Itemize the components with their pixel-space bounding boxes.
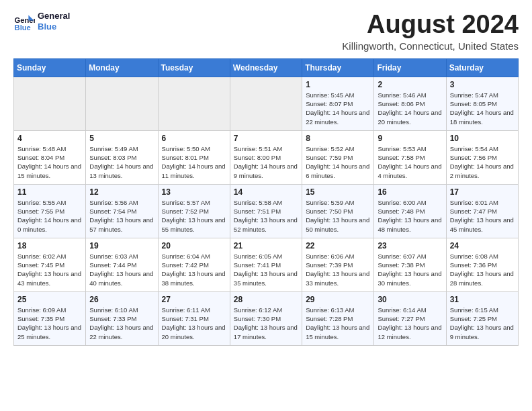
logo-icon: General Blue — [13, 11, 35, 32]
calendar-week-row: 1Sunrise: 5:45 AMSunset: 8:07 PMDaylight… — [14, 77, 519, 130]
day-info: Sunrise: 6:11 AMSunset: 7:31 PMDaylight:… — [162, 306, 226, 341]
calendar-day-cell: 23Sunrise: 6:07 AMSunset: 7:38 PMDayligh… — [374, 238, 446, 291]
day-number: 18 — [17, 241, 82, 250]
calendar-week-row: 4Sunrise: 5:48 AMSunset: 8:04 PMDaylight… — [14, 130, 519, 184]
day-of-week-header: Sunday — [14, 58, 86, 77]
day-info: Sunrise: 5:56 AMSunset: 7:54 PMDaylight:… — [89, 198, 154, 234]
calendar-day-cell: 25Sunrise: 6:09 AMSunset: 7:35 PMDayligh… — [14, 291, 86, 345]
logo-line2: Blue — [38, 21, 70, 32]
calendar-day-cell: 28Sunrise: 6:12 AMSunset: 7:30 PMDayligh… — [230, 291, 302, 345]
day-info: Sunrise: 6:12 AMSunset: 7:30 PMDaylight:… — [234, 306, 298, 341]
calendar-day-cell: 18Sunrise: 6:02 AMSunset: 7:45 PMDayligh… — [14, 238, 86, 291]
day-number: 21 — [234, 241, 298, 250]
day-number: 10 — [450, 134, 515, 143]
calendar-day-cell: 14Sunrise: 5:58 AMSunset: 7:51 PMDayligh… — [230, 184, 302, 238]
day-number: 7 — [234, 134, 298, 143]
calendar-day-cell: 1Sunrise: 5:45 AMSunset: 8:07 PMDaylight… — [302, 77, 374, 130]
day-info: Sunrise: 5:47 AMSunset: 8:05 PMDaylight:… — [450, 91, 515, 126]
day-number: 9 — [378, 134, 442, 143]
calendar-day-cell: 6Sunrise: 5:50 AMSunset: 8:01 PMDaylight… — [158, 130, 230, 184]
calendar-day-cell — [158, 77, 230, 130]
calendar-title: August 2024 — [342, 11, 519, 39]
day-of-week-header: Saturday — [446, 58, 518, 77]
day-number: 4 — [17, 134, 82, 143]
day-number: 14 — [234, 187, 298, 197]
calendar-header-row: SundayMondayTuesdayWednesdayThursdayFrid… — [14, 58, 519, 77]
day-info: Sunrise: 5:52 AMSunset: 7:59 PMDaylight:… — [306, 144, 370, 180]
day-number: 13 — [162, 187, 226, 197]
day-info: Sunrise: 6:03 AMSunset: 7:44 PMDaylight:… — [89, 252, 154, 287]
day-info: Sunrise: 6:00 AMSunset: 7:48 PMDaylight:… — [378, 198, 442, 234]
day-number: 6 — [162, 134, 226, 143]
day-number: 1 — [306, 80, 370, 89]
day-number: 16 — [378, 187, 442, 197]
day-number: 17 — [450, 187, 515, 197]
day-info: Sunrise: 6:14 AMSunset: 7:27 PMDaylight:… — [378, 306, 442, 341]
calendar-day-cell: 11Sunrise: 5:55 AMSunset: 7:55 PMDayligh… — [14, 184, 86, 238]
calendar-day-cell: 24Sunrise: 6:08 AMSunset: 7:36 PMDayligh… — [446, 238, 518, 291]
calendar-day-cell: 22Sunrise: 6:06 AMSunset: 7:39 PMDayligh… — [302, 238, 374, 291]
day-number: 12 — [89, 187, 154, 197]
day-of-week-header: Wednesday — [230, 58, 302, 77]
calendar-day-cell: 30Sunrise: 6:14 AMSunset: 7:27 PMDayligh… — [374, 291, 446, 345]
day-number: 22 — [306, 241, 370, 250]
calendar-week-row: 25Sunrise: 6:09 AMSunset: 7:35 PMDayligh… — [14, 291, 519, 345]
day-info: Sunrise: 5:57 AMSunset: 7:52 PMDaylight:… — [162, 198, 226, 234]
day-number: 20 — [162, 241, 226, 250]
calendar-day-cell: 26Sunrise: 6:10 AMSunset: 7:33 PMDayligh… — [86, 291, 158, 345]
calendar-day-cell: 8Sunrise: 5:52 AMSunset: 7:59 PMDaylight… — [302, 130, 374, 184]
calendar-day-cell: 16Sunrise: 6:00 AMSunset: 7:48 PMDayligh… — [374, 184, 446, 238]
calendar-day-cell: 5Sunrise: 5:49 AMSunset: 8:03 PMDaylight… — [86, 130, 158, 184]
svg-text:Blue: Blue — [15, 24, 31, 32]
calendar-day-cell — [86, 77, 158, 130]
calendar-day-cell: 2Sunrise: 5:46 AMSunset: 8:06 PMDaylight… — [374, 77, 446, 130]
day-of-week-header: Thursday — [302, 58, 374, 77]
calendar-day-cell: 12Sunrise: 5:56 AMSunset: 7:54 PMDayligh… — [86, 184, 158, 238]
day-info: Sunrise: 6:05 AMSunset: 7:41 PMDaylight:… — [234, 252, 298, 287]
day-info: Sunrise: 6:10 AMSunset: 7:33 PMDaylight:… — [89, 306, 154, 341]
calendar-day-cell: 7Sunrise: 5:51 AMSunset: 8:00 PMDaylight… — [230, 130, 302, 184]
day-info: Sunrise: 5:59 AMSunset: 7:50 PMDaylight:… — [306, 198, 370, 234]
day-of-week-header: Friday — [374, 58, 446, 77]
day-info: Sunrise: 5:58 AMSunset: 7:51 PMDaylight:… — [234, 198, 298, 234]
calendar-subtitle: Killingworth, Connecticut, United States — [342, 40, 519, 52]
calendar-week-row: 11Sunrise: 5:55 AMSunset: 7:55 PMDayligh… — [14, 184, 519, 238]
day-info: Sunrise: 5:55 AMSunset: 7:55 PMDaylight:… — [17, 198, 82, 234]
calendar-day-cell: 10Sunrise: 5:54 AMSunset: 7:56 PMDayligh… — [446, 130, 518, 184]
calendar-day-cell: 17Sunrise: 6:01 AMSunset: 7:47 PMDayligh… — [446, 184, 518, 238]
day-info: Sunrise: 5:50 AMSunset: 8:01 PMDaylight:… — [162, 144, 226, 180]
day-number: 27 — [162, 295, 226, 304]
day-info: Sunrise: 6:09 AMSunset: 7:35 PMDaylight:… — [17, 306, 82, 341]
calendar-day-cell: 20Sunrise: 6:04 AMSunset: 7:42 PMDayligh… — [158, 238, 230, 291]
day-info: Sunrise: 5:48 AMSunset: 8:04 PMDaylight:… — [17, 144, 82, 180]
day-info: Sunrise: 6:07 AMSunset: 7:38 PMDaylight:… — [378, 252, 442, 287]
day-info: Sunrise: 5:46 AMSunset: 8:06 PMDaylight:… — [378, 91, 442, 126]
day-number: 31 — [450, 295, 515, 304]
calendar-day-cell — [14, 77, 86, 130]
day-number: 23 — [378, 241, 442, 250]
calendar-day-cell: 13Sunrise: 5:57 AMSunset: 7:52 PMDayligh… — [158, 184, 230, 238]
day-info: Sunrise: 6:04 AMSunset: 7:42 PMDaylight:… — [162, 252, 226, 287]
day-number: 28 — [234, 295, 298, 304]
day-number: 30 — [378, 295, 442, 304]
calendar-day-cell: 29Sunrise: 6:13 AMSunset: 7:28 PMDayligh… — [302, 291, 374, 345]
calendar-table: SundayMondayTuesdayWednesdayThursdayFrid… — [13, 58, 519, 346]
day-number: 15 — [306, 187, 370, 197]
calendar-day-cell: 19Sunrise: 6:03 AMSunset: 7:44 PMDayligh… — [86, 238, 158, 291]
day-info: Sunrise: 6:08 AMSunset: 7:36 PMDaylight:… — [450, 252, 515, 287]
calendar-day-cell: 4Sunrise: 5:48 AMSunset: 8:04 PMDaylight… — [14, 130, 86, 184]
title-area: August 2024 Killingworth, Connecticut, U… — [342, 11, 519, 52]
day-number: 11 — [17, 187, 82, 197]
day-number: 24 — [450, 241, 515, 250]
day-info: Sunrise: 6:02 AMSunset: 7:45 PMDaylight:… — [17, 252, 82, 287]
calendar-day-cell: 15Sunrise: 5:59 AMSunset: 7:50 PMDayligh… — [302, 184, 374, 238]
day-number: 19 — [89, 241, 154, 250]
day-of-week-header: Monday — [86, 58, 158, 77]
day-of-week-header: Tuesday — [158, 58, 230, 77]
logo-line1: General — [38, 11, 70, 21]
day-info: Sunrise: 5:45 AMSunset: 8:07 PMDaylight:… — [306, 91, 370, 126]
day-number: 3 — [450, 80, 515, 89]
calendar-day-cell: 9Sunrise: 5:53 AMSunset: 7:58 PMDaylight… — [374, 130, 446, 184]
calendar-day-cell: 3Sunrise: 5:47 AMSunset: 8:05 PMDaylight… — [446, 77, 518, 130]
logo: General Blue General Blue — [13, 11, 70, 32]
